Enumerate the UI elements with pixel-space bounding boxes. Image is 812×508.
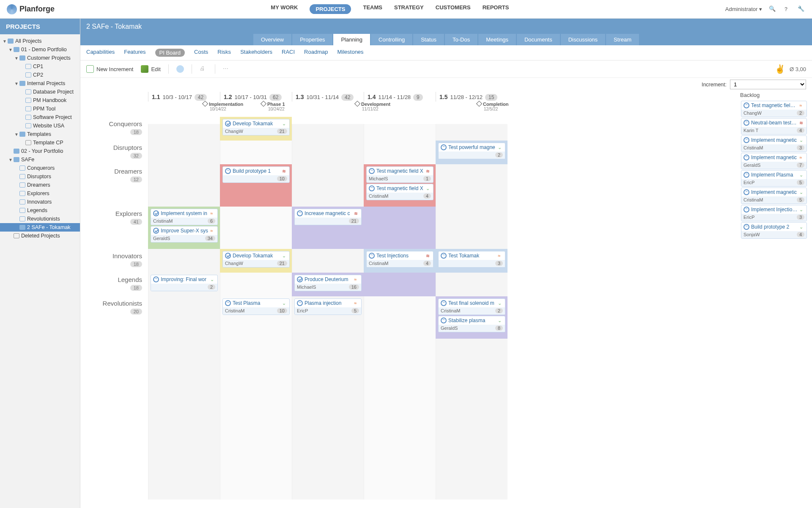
board-cell[interactable]: Test final solenoid m⌄CristinaM2Stabiliz… (436, 296, 508, 339)
app-logo[interactable]: Planforge (7, 4, 55, 14)
board-cell[interactable]: Produce Deuterium≈MichaelS16 (292, 273, 364, 296)
tree-item[interactable]: Template CP (0, 138, 80, 147)
user-menu[interactable]: Administrator ▾ (725, 6, 762, 12)
info-icon[interactable] (176, 65, 184, 73)
nav-customers[interactable]: CUSTOMERS (436, 4, 471, 14)
tree-item[interactable]: PM Handbook (0, 96, 80, 105)
card[interactable]: Test final solenoid m⌄CristinaM2 (438, 298, 505, 315)
tree-item[interactable]: 2 SAFe - Tokamak (0, 223, 80, 232)
tree-item[interactable]: Database Project (0, 88, 80, 96)
board-cell[interactable]: Implement system in≈CristinaM6Improve Su… (148, 207, 220, 249)
board-cell[interactable] (436, 207, 508, 249)
card[interactable]: Stabilize plasma⌄GeraldS8 (438, 316, 505, 332)
board-cell[interactable] (148, 249, 220, 273)
tree-arrow-icon[interactable]: ▼ (3, 39, 8, 44)
subtab-costs[interactable]: Costs (194, 49, 208, 57)
tree-item[interactable]: Legends (0, 206, 80, 215)
tab-to-dos[interactable]: To-Dos (445, 34, 477, 45)
tab-stream[interactable]: Stream (606, 34, 639, 45)
tree-item[interactable]: Website USA (0, 121, 80, 130)
card[interactable]: Plasma injection≈EricP5 (294, 298, 362, 315)
nav-teams[interactable]: TEAMS (363, 4, 382, 14)
card[interactable]: Test magnetic field X⌄CristinaM4 (366, 184, 433, 200)
board-cell[interactable] (364, 207, 436, 249)
card[interactable]: Improving: Final wor⌄2 (151, 275, 218, 291)
tree-item[interactable]: Conquerors (0, 164, 80, 172)
subtab-risks[interactable]: Risks (217, 49, 231, 57)
board-cell[interactable] (148, 296, 220, 339)
card[interactable]: Produce Deuterium≈MichaelS16 (294, 275, 362, 291)
print-icon[interactable]: 🖨 (200, 65, 207, 73)
tree-item[interactable]: PPM Tool (0, 105, 80, 113)
board-cell[interactable] (436, 164, 508, 207)
board-cell[interactable]: Build prototype 1≋10 (220, 164, 292, 207)
hand-icon[interactable]: ✌ (775, 64, 785, 74)
board-cell[interactable] (292, 164, 364, 207)
board-cell[interactable] (220, 207, 292, 249)
board-cell[interactable]: Improving: Final wor⌄2 (148, 273, 220, 296)
nav-strategy[interactable]: STRATEGY (394, 4, 424, 14)
card[interactable]: Improve Super-X sys≈GeraldS34 (151, 226, 218, 243)
nav-projects[interactable]: PROJECTS (310, 4, 351, 14)
tab-meetings[interactable]: Meetings (478, 34, 516, 45)
board-cell[interactable]: Increase magnetic c≋21 (292, 207, 364, 249)
tree-item[interactable]: CP2 (0, 71, 80, 79)
subtab-raci[interactable]: RACI (282, 49, 295, 57)
board-cell[interactable]: Develop Tokamak⌄ChangW21 (220, 249, 292, 273)
card[interactable]: Test magnetic field X≋MichaelS1 (366, 166, 433, 183)
tree-arrow-icon[interactable]: ▼ (14, 81, 19, 86)
card[interactable]: Neutral-beam testing≋Karin T4 (741, 118, 807, 135)
tree-item[interactable]: ▼Customer Projects (0, 54, 80, 62)
tree-item[interactable]: Innovators (0, 198, 80, 206)
board-cell[interactable] (148, 117, 220, 141)
tree-item[interactable]: ▼Internal Projects (0, 79, 80, 88)
search-icon[interactable]: 🔍 (769, 6, 776, 13)
tab-overview[interactable]: Overview (253, 34, 291, 45)
board-cell[interactable] (364, 273, 436, 296)
subtab-roadmap[interactable]: Roadmap (304, 49, 328, 57)
board-cell[interactable] (292, 141, 364, 164)
card[interactable]: Build prototype 2⌄SonjaW4 (741, 222, 807, 239)
more-icon[interactable]: ⋯ (223, 65, 230, 73)
tree-item[interactable]: Explorers (0, 189, 80, 198)
tree-item[interactable]: ▼01 - Demo Portfolio (0, 45, 80, 54)
milestone[interactable]: Completion12/5/22 (477, 102, 509, 111)
board-cell[interactable]: Test Plasma⌄CristinaM10 (220, 296, 292, 339)
board-cell[interactable]: Develop Tokamak⌄ChangW21 (220, 117, 292, 141)
card[interactable]: Implement magnetic⌄CristinaM3 (741, 135, 807, 152)
board-cell[interactable]: Test Injections≋CristinaM4 (364, 249, 436, 273)
milestone[interactable]: Development11/11/22 (355, 102, 390, 111)
milestone[interactable]: Phase 110/24/22 (261, 102, 285, 111)
card[interactable]: Test magnetic field X≈ChangW2 (741, 101, 807, 117)
board-cell[interactable] (364, 296, 436, 339)
card[interactable]: Increase magnetic c≋21 (294, 209, 362, 225)
tree-item[interactable]: ▼All Projects (0, 37, 80, 45)
milestone[interactable]: Implementation10/14/22 (203, 102, 243, 111)
board-cell[interactable] (292, 117, 364, 141)
tab-properties[interactable]: Properties (292, 34, 332, 45)
tab-controlling[interactable]: Controlling (371, 34, 412, 45)
tab-status[interactable]: Status (413, 34, 444, 45)
card[interactable]: Test Injections≋CristinaM4 (366, 251, 433, 268)
board-cell[interactable]: Test powerful magne⌄2 (436, 141, 508, 164)
subtab-stakeholders[interactable]: Stakeholders (240, 49, 272, 57)
card[interactable]: Develop Tokamak⌄ChangW21 (222, 119, 290, 135)
tree-arrow-icon[interactable]: ▼ (8, 157, 14, 162)
nav-reports[interactable]: REPORTS (483, 4, 509, 14)
tree-arrow-icon[interactable]: ▼ (14, 132, 19, 137)
tab-planning[interactable]: Planning (333, 34, 370, 45)
nav-my-work[interactable]: MY WORK (271, 4, 298, 14)
card[interactable]: Implement magnetic⌄CristinaM5 (741, 188, 807, 204)
tab-documents[interactable]: Documents (517, 34, 560, 45)
card[interactable]: Implement system in≈CristinaM6 (151, 209, 218, 225)
increment-select[interactable]: 1 (730, 80, 806, 89)
board-cell[interactable] (220, 273, 292, 296)
tree-item[interactable]: 02 - Your Portfolio (0, 147, 80, 155)
tree-item[interactable]: Disruptors (0, 172, 80, 181)
tree-item[interactable]: Dreamers (0, 181, 80, 189)
card[interactable]: Implement magnetic≈GeraldS7 (741, 153, 807, 169)
board-cell[interactable]: Test magnetic field X≋MichaelS1Test magn… (364, 164, 436, 207)
card[interactable]: Test Tokamak≈3 (438, 251, 505, 268)
board-cell[interactable]: Test Tokamak≈3 (436, 249, 508, 273)
tree-item[interactable]: Deleted Projects (0, 232, 80, 240)
